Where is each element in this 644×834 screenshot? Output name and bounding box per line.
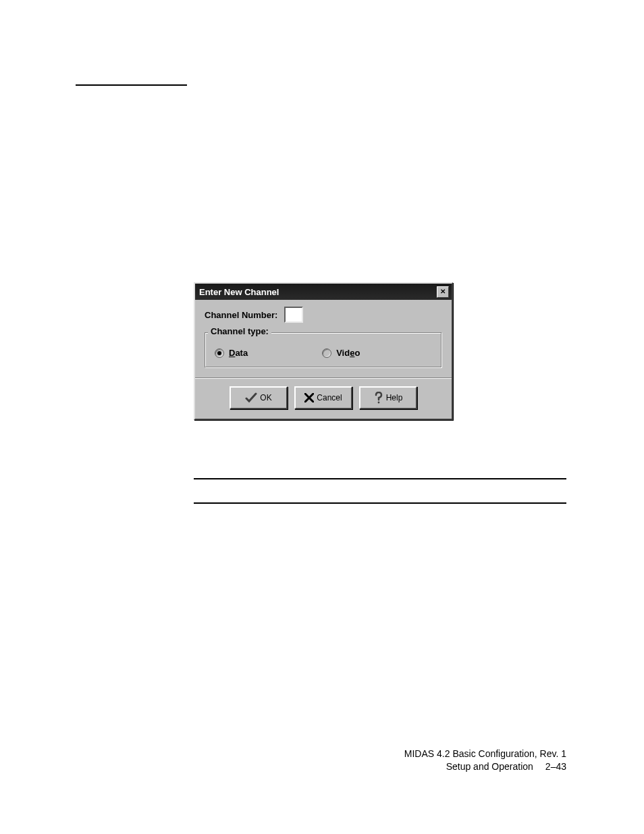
dialog-title: Enter New Channel	[198, 287, 279, 297]
close-icon: ✕	[440, 288, 446, 295]
radio-data-indicator	[215, 348, 224, 358]
channel-number-input[interactable]	[284, 307, 303, 323]
channel-number-label: Channel Number:	[205, 310, 277, 320]
radio-row: Data Video	[215, 348, 432, 358]
radio-video[interactable]: Video	[322, 348, 360, 358]
question-icon	[374, 392, 383, 404]
enter-new-channel-dialog: Enter New Channel ✕ Channel Number: Chan…	[194, 282, 453, 420]
x-icon	[304, 393, 314, 402]
radio-data-label: Data	[229, 348, 248, 358]
ok-button[interactable]: OK	[230, 386, 288, 409]
horizontal-rule-1	[194, 478, 566, 479]
channel-number-row: Channel Number:	[205, 307, 442, 323]
help-button[interactable]: Help	[359, 386, 417, 409]
channel-type-group: Channel type: Data Video	[205, 332, 442, 368]
radio-video-label: Video	[336, 348, 360, 358]
page-footer: MIDAS 4.2 Basic Configuration, Rev. 1 Se…	[404, 748, 566, 773]
help-button-label: Help	[386, 393, 403, 402]
ok-button-label: OK	[260, 393, 271, 402]
check-icon	[245, 392, 257, 403]
dialog-button-bar: OK Cancel Help	[195, 377, 452, 419]
radio-video-indicator	[322, 348, 331, 358]
cancel-button[interactable]: Cancel	[294, 386, 352, 409]
radio-data[interactable]: Data	[215, 348, 248, 358]
top-horizontal-rule	[76, 84, 187, 86]
dialog-titlebar: Enter New Channel ✕	[195, 284, 452, 300]
close-button[interactable]: ✕	[437, 286, 449, 298]
footer-line-1: MIDAS 4.2 Basic Configuration, Rev. 1	[404, 748, 566, 760]
channel-type-label: Channel type:	[208, 326, 271, 336]
footer-line-2: Setup and Operation2–43	[404, 760, 566, 773]
horizontal-rule-2	[194, 502, 566, 504]
svg-point-0	[377, 402, 379, 404]
dialog-body: Channel Number: Channel type: Data Video	[195, 300, 452, 368]
cancel-button-label: Cancel	[317, 393, 342, 402]
